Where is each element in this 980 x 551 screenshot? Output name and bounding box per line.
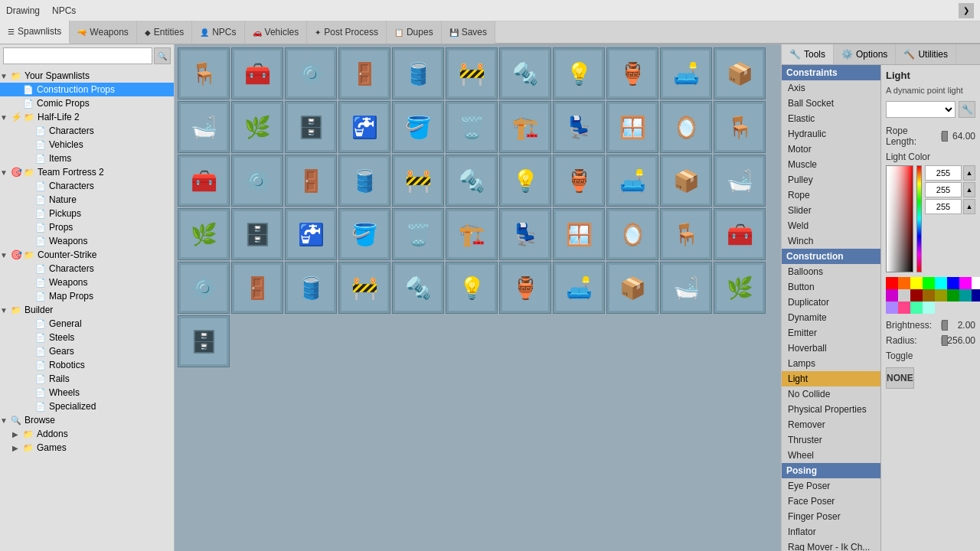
expand-button[interactable]: ❯: [959, 3, 974, 18]
grid-item[interactable]: 🧰: [714, 208, 766, 260]
grid-item[interactable]: 🔩: [499, 47, 551, 99]
tree-item-cs-mapprops[interactable]: 📄Map Props: [0, 289, 174, 303]
color-swatch-29[interactable]: [898, 302, 910, 314]
grid-item[interactable]: 🚧: [392, 155, 444, 207]
color-swatch-28[interactable]: [886, 302, 898, 314]
tree-item-hl2-characters[interactable]: 📄Characters: [0, 124, 174, 138]
grid-item[interactable]: 🚪: [231, 262, 283, 314]
tab-weapons[interactable]: 🔫Weapons: [70, 21, 136, 44]
search-button[interactable]: 🔍: [154, 47, 171, 64]
search-input[interactable]: [3, 47, 152, 64]
tree-item-builder-gears[interactable]: 📄Gears: [0, 344, 174, 358]
tree-item-tf2-characters[interactable]: 📄Characters: [0, 179, 174, 193]
rope-length-slider[interactable]: [941, 132, 942, 140]
tree-item-tf2-pickups[interactable]: 📄Pickups: [0, 207, 174, 220]
grid-item[interactable]: 🧰: [231, 47, 283, 99]
constraint-item-slider[interactable]: Slider: [782, 203, 880, 218]
red-up-btn[interactable]: ▲: [963, 165, 975, 181]
grid-item[interactable]: 💡: [499, 155, 551, 207]
constraint-item-rope[interactable]: Rope: [782, 187, 880, 203]
grid-item[interactable]: 💺: [499, 208, 551, 260]
green-input[interactable]: [925, 182, 962, 197]
grid-item[interactable]: 🗄️: [285, 101, 337, 153]
grid-item[interactable]: 🗄️: [231, 208, 283, 260]
tree-item-comic-props[interactable]: 📄Comic Props: [0, 96, 174, 110]
tab-dupes[interactable]: 📋Dupes: [387, 21, 442, 44]
constraint-item-hydraulic[interactable]: Hydraulic: [782, 126, 880, 142]
tree-item-team-fortress-2[interactable]: ▼🎯📁Team Fortress 2: [0, 165, 174, 179]
color-swatch-0[interactable]: [886, 277, 898, 289]
constraint-item-weld[interactable]: Weld: [782, 218, 880, 233]
grid-item[interactable]: 🪣: [392, 101, 444, 153]
constraint-item-wheel[interactable]: Wheel: [782, 448, 880, 463]
tree-item-builder-general[interactable]: 📄General: [0, 317, 174, 331]
grid-item[interactable]: 🚪: [285, 155, 337, 207]
color-swatch-17[interactable]: [923, 289, 935, 302]
tree-item-half-life-2[interactable]: ▼⚡📁Half-Life 2: [0, 110, 174, 124]
constraint-item-winch[interactable]: Winch: [782, 233, 880, 249]
toggle-button[interactable]: NONE: [886, 367, 914, 389]
drawing-menu[interactable]: Drawing: [6, 5, 40, 16]
blue-up-btn[interactable]: ▲: [963, 199, 975, 214]
tree-item-counter-strike[interactable]: ▼🎯📁Counter-Strike: [0, 248, 174, 262]
color-swatch-5[interactable]: [947, 277, 959, 289]
color-swatch-6[interactable]: [959, 277, 972, 289]
grid-item[interactable]: 🧰: [178, 155, 230, 207]
wrench-button[interactable]: 🔧: [959, 101, 975, 118]
grid-item[interactable]: 🗑️: [446, 101, 498, 153]
grid-item[interactable]: 🛋️: [553, 262, 605, 314]
color-swatch-7[interactable]: [972, 277, 980, 289]
grid-item[interactable]: 🛁: [660, 262, 712, 314]
grid-item[interactable]: 🛢️: [285, 262, 337, 314]
tree-item-hl2-items[interactable]: 📄Items: [0, 152, 174, 165]
grid-item[interactable]: ⚙️: [178, 262, 230, 314]
grid-item[interactable]: 🗄️: [178, 315, 230, 367]
color-gradient[interactable]: [886, 165, 913, 272]
grid-item[interactable]: 🪑: [660, 208, 712, 260]
constraint-item-finger-poser[interactable]: Finger Poser: [782, 509, 880, 524]
tree-item-browse-addons[interactable]: ▶📁Addons: [0, 427, 174, 441]
constraint-item-remover[interactable]: Remover: [782, 417, 880, 432]
tree-item-builder-robotics[interactable]: 📄Robotics: [0, 358, 174, 372]
constraint-item-emitter[interactable]: Emitter: [782, 325, 880, 341]
constraint-item-motor[interactable]: Motor: [782, 142, 880, 157]
green-up-btn[interactable]: ▲: [963, 182, 975, 197]
grid-item[interactable]: 🚰: [338, 101, 390, 153]
blue-input[interactable]: [925, 199, 962, 214]
brightness-slider[interactable]: [941, 321, 942, 329]
grid-item[interactable]: 🔩: [392, 262, 444, 314]
constraint-item-physical-properties[interactable]: Physical Properties: [782, 402, 880, 417]
grid-item[interactable]: 🛁: [178, 101, 230, 153]
radius-slider[interactable]: [941, 337, 942, 344]
grid-item[interactable]: 🚧: [446, 47, 498, 99]
constraint-item-axis[interactable]: Axis: [782, 80, 880, 96]
grid-item[interactable]: 🏺: [553, 155, 605, 207]
grid-item[interactable]: 🛋️: [606, 155, 658, 207]
grid-item[interactable]: 🌿: [714, 262, 766, 314]
tree-item-browse[interactable]: ▼🔍Browse: [0, 413, 174, 427]
tree-item-builder-wheels[interactable]: 📄Wheels: [0, 386, 174, 399]
grid-item[interactable]: ⚙️: [285, 47, 337, 99]
constraint-item-elastic[interactable]: Elastic: [782, 111, 880, 126]
color-swatch-16[interactable]: [910, 289, 923, 302]
constraint-item-ball-socket[interactable]: Ball Socket: [782, 96, 880, 111]
red-input[interactable]: [925, 165, 962, 181]
constraint-item-lamps[interactable]: Lamps: [782, 356, 880, 371]
grid-item[interactable]: 🪑: [714, 101, 766, 153]
grid-item[interactable]: 🚧: [338, 262, 390, 314]
constraint-item-no-collide[interactable]: No Collide: [782, 386, 880, 402]
constraint-item-inflator[interactable]: Inflator: [782, 524, 880, 540]
grid-item[interactable]: 💡: [446, 262, 498, 314]
constraint-item-button[interactable]: Button: [782, 279, 880, 295]
grid-item[interactable]: 📦: [660, 155, 712, 207]
grid-item[interactable]: 🏺: [499, 262, 551, 314]
grid-item[interactable]: 🗑️: [392, 208, 444, 260]
tab-saves[interactable]: 💾Saves: [442, 21, 495, 44]
npcs-menu[interactable]: NPCs: [52, 5, 76, 16]
color-swatch-3[interactable]: [923, 277, 935, 289]
color-swatch-19[interactable]: [947, 289, 959, 302]
grid-item[interactable]: 🏗️: [499, 101, 551, 153]
color-swatch-1[interactable]: [898, 277, 910, 289]
color-swatch-31[interactable]: [923, 302, 935, 314]
grid-item[interactable]: 🏺: [606, 47, 658, 99]
